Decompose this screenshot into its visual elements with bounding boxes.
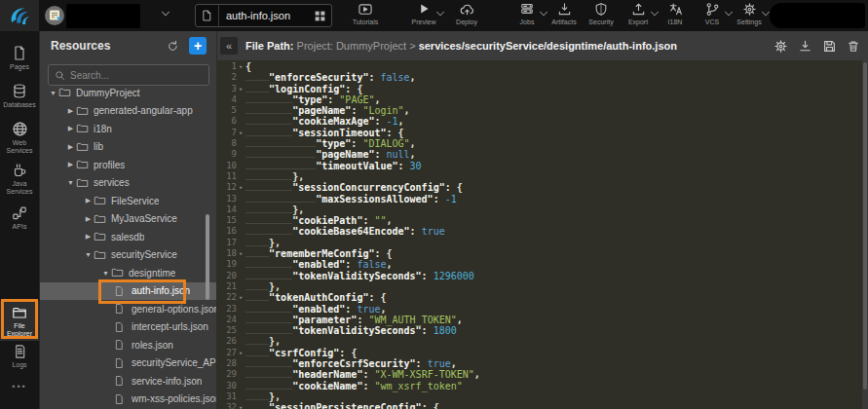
tree-scrollbar[interactable] (206, 214, 209, 300)
code-editor[interactable]: 1▾23▾4567▾89101112▾131415161718▾19202122… (216, 60, 868, 409)
sidebar-item-web-services[interactable]: Web Services (0, 121, 39, 155)
tree-folder-services[interactable]: ▼services (40, 174, 217, 193)
code-line[interactable]: "tokenAuthConfig": { (245, 292, 862, 303)
code-line[interactable]: "cookieMaxAge": -1, (245, 116, 862, 127)
code-line[interactable]: "pageName": null, (245, 149, 862, 160)
chevron-down-icon[interactable] (434, 7, 447, 20)
tree-folder-myjavaservice[interactable]: ▶MyJavaService (40, 210, 217, 229)
tree-expand-arrow-icon[interactable]: ▶ (83, 233, 94, 241)
code-line[interactable]: }, (245, 204, 862, 215)
tree-expand-arrow-icon[interactable]: ▶ (65, 161, 76, 168)
code-line[interactable]: "tokenValiditySeconds": 1296000 (245, 271, 862, 281)
tree-folder-securityservice[interactable]: ▼securityService (40, 246, 217, 265)
download-icon[interactable] (798, 39, 812, 54)
tree-expand-arrow-icon[interactable]: ▶ (65, 125, 76, 132)
code-line[interactable]: "enforceSecurity": false, (245, 72, 862, 83)
settings-gear-icon[interactable] (774, 39, 788, 54)
code-line[interactable]: "type": "DIALOG", (245, 138, 862, 149)
toolbar-preview-button[interactable]: Preview (407, 2, 440, 25)
code-line[interactable]: "sessionTimeout": { (245, 128, 862, 138)
chevron-down-icon[interactable] (159, 7, 178, 24)
sidebar-item-file-explorer[interactable]: File Explorer (0, 301, 39, 341)
code-line[interactable]: "tokenValiditySeconds": 1800 (245, 325, 862, 336)
toolbar-vcs-button[interactable]: VCS (696, 2, 729, 25)
sidebar-item-java-services[interactable]: Java Services (0, 163, 39, 196)
code-line[interactable]: }, (245, 171, 862, 182)
code-line[interactable]: "enabled": false, (245, 259, 862, 270)
tree-collapse-arrow-icon[interactable]: ▼ (83, 251, 94, 258)
tree-expand-arrow-icon[interactable]: ▶ (83, 215, 94, 223)
add-resource-button[interactable]: + (189, 37, 207, 55)
tree-collapse-arrow-icon[interactable]: ▼ (65, 179, 76, 186)
sidebar-item-databases[interactable]: Databases (0, 83, 39, 109)
code-line[interactable]: }, (245, 336, 862, 347)
toolbar-jobs-button[interactable]: Jobs (510, 2, 544, 25)
tree-folder-i18n[interactable]: ▶i18n (40, 120, 217, 138)
code-line[interactable]: { (245, 61, 862, 72)
tree-folder-lib[interactable]: ▶lib (40, 138, 217, 157)
tree-file-wm-xss-policies-json[interactable]: wm-xss-policies.json (40, 390, 217, 409)
tree-folder-fileservice[interactable]: ▶FileService (40, 192, 217, 210)
delete-icon[interactable] (847, 39, 860, 54)
toolbar-deploy-button[interactable]: Deploy (450, 2, 483, 25)
code-line[interactable]: "cookieBase64Encode": true (245, 226, 862, 237)
code-content[interactable]: {"enforceSecurity": false,"loginConfig":… (245, 61, 862, 409)
code-line[interactable]: "cookieName": "wm_xsrf_token" (245, 381, 862, 391)
tree-file-general-options-json[interactable]: general-options.json (40, 300, 217, 318)
toolbar-i18n-button[interactable]: I18N (659, 2, 692, 25)
code-line[interactable]: "csrfConfig": { (245, 348, 862, 358)
search-input[interactable]: Search... (48, 64, 209, 86)
code-line[interactable]: }, (245, 238, 862, 248)
code-line[interactable]: "parameter": "WM_AUTH_TOKEN", (245, 315, 862, 325)
code-line[interactable]: "rememberMeConfig": { (245, 248, 862, 259)
toolbar-artifacts-button[interactable]: Artifacts (547, 2, 581, 25)
code-line[interactable]: "maxSessionsAllowed": -1 (245, 194, 862, 204)
code-line[interactable]: "loginConfig": { (245, 84, 862, 94)
tree-folder-dummyproject[interactable]: ▼DummyProject (40, 84, 217, 102)
code-line[interactable]: "headerName": "X-WM-XSRF-TOKEN", (245, 369, 862, 380)
tree-folder-generated-angular-app[interactable]: ▶generated-angular-app (40, 102, 217, 121)
toolbar-export-button[interactable]: Export (622, 2, 655, 25)
code-line[interactable]: "type": "PAGE", (245, 94, 862, 105)
more-options-button[interactable]: ••• (0, 382, 39, 391)
code-line[interactable]: "sessionPersistenceConfig": { (245, 402, 862, 409)
code-line[interactable]: "timeoutValue": 30 (245, 161, 862, 171)
code-line[interactable]: }, (245, 391, 862, 402)
app-logo[interactable] (0, 0, 39, 31)
tree-expand-arrow-icon[interactable]: ▶ (65, 107, 76, 115)
tree-file-roles-json[interactable]: roles.json (40, 336, 217, 354)
tree-folder-salesdb[interactable]: ▶salesdb (40, 228, 217, 246)
code-line[interactable]: "cookiePath": "", (245, 215, 862, 226)
tree-file-securityservice-api-json[interactable]: securityService_API.json (40, 354, 217, 373)
fold-arrow-icon[interactable]: ▾ (237, 183, 245, 194)
tree-file-auth-info-json[interactable]: auth-info.json (40, 282, 217, 301)
tree-collapse-arrow-icon[interactable]: ▼ (48, 90, 58, 96)
tree-folder-profiles[interactable]: ▶profiles (40, 156, 217, 174)
sidebar-item-logs[interactable]: Logs (0, 344, 39, 369)
code-line[interactable]: "sessionConcurrencyConfig": { (245, 182, 862, 193)
code-line[interactable]: "pageName": "Login", (245, 105, 862, 116)
grid-icon[interactable] (308, 10, 331, 22)
tree-expand-arrow-icon[interactable]: ▶ (65, 143, 76, 151)
tree-collapse-arrow-icon[interactable]: ▼ (100, 270, 111, 277)
sidebar-item-apis[interactable]: APIs (0, 205, 39, 231)
open-file-tab[interactable]: auth-info.json (195, 4, 332, 27)
tree-folder-designtime[interactable]: ▼designtime (40, 264, 217, 282)
editor-scrollbar-thumb[interactable] (863, 62, 867, 390)
sidebar-item-pages[interactable]: Pages (0, 45, 39, 71)
tree-expand-arrow-icon[interactable]: ▶ (83, 197, 94, 204)
toolbar-settings-button[interactable]: Settings (733, 2, 766, 25)
code-line[interactable]: }, (245, 281, 862, 292)
collapse-panel-button[interactable]: « (220, 37, 238, 55)
toolbar-tutorials-button[interactable]: Tutorials (349, 2, 382, 25)
tree-file-service-info-json[interactable]: service-info.json (40, 372, 217, 390)
project-note-icon[interactable] (43, 4, 66, 27)
toolbar-security-button[interactable]: Security (585, 2, 618, 25)
code-line[interactable]: "enabled": true, (245, 304, 862, 315)
fold-arrow-icon[interactable]: ▾ (237, 293, 245, 304)
code-line[interactable]: "enforceCsrfSecurity": true, (245, 358, 862, 369)
fold-arrow-icon[interactable]: ▾ (237, 403, 245, 409)
tree-file-intercept-urls-json[interactable]: intercept-urls.json (40, 318, 217, 337)
refresh-icon[interactable] (167, 40, 179, 53)
save-icon[interactable] (822, 39, 837, 54)
